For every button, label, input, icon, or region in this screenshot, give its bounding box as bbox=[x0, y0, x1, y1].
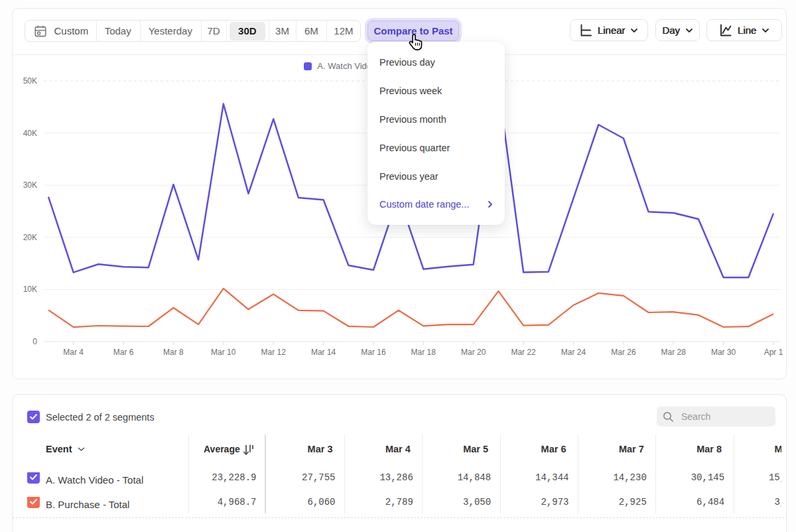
svg-text:Mar 18: Mar 18 bbox=[411, 348, 436, 357]
svg-text:Mar 6: Mar 6 bbox=[113, 348, 134, 357]
svg-text:10K: 10K bbox=[23, 285, 37, 294]
svg-text:30K: 30K bbox=[23, 180, 37, 190]
svg-text:Mar 24: Mar 24 bbox=[561, 348, 586, 357]
svg-text:Mar 28: Mar 28 bbox=[661, 348, 687, 357]
svg-text:Mar 26: Mar 26 bbox=[611, 348, 636, 357]
svg-text:Mar 20: Mar 20 bbox=[461, 348, 486, 357]
svg-text:20K: 20K bbox=[23, 233, 37, 242]
svg-text:Apr 1: Apr 1 bbox=[764, 348, 783, 357]
svg-text:50K: 50K bbox=[23, 76, 37, 86]
svg-text:Mar 10: Mar 10 bbox=[211, 348, 236, 357]
svg-text:Mar 12: Mar 12 bbox=[261, 348, 287, 357]
svg-text:Mar 16: Mar 16 bbox=[361, 348, 386, 357]
svg-text:Mar 22: Mar 22 bbox=[511, 348, 536, 357]
svg-text:40K: 40K bbox=[23, 129, 37, 138]
svg-text:Mar 14: Mar 14 bbox=[311, 348, 336, 357]
svg-text:0: 0 bbox=[33, 337, 37, 346]
svg-text:Mar 30: Mar 30 bbox=[711, 348, 736, 357]
svg-text:Mar 8: Mar 8 bbox=[163, 348, 184, 357]
svg-text:Mar 4: Mar 4 bbox=[63, 348, 84, 357]
